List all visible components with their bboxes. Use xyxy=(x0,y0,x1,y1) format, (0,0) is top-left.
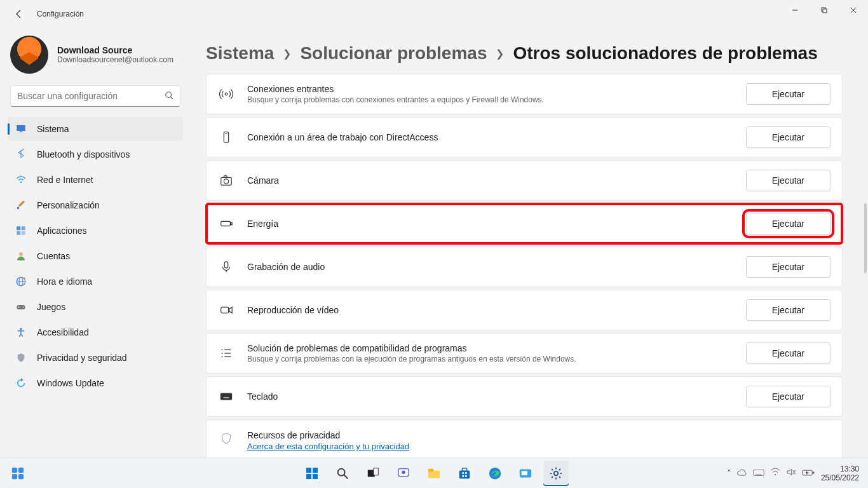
clock[interactable]: 13:30 25/05/2022 xyxy=(821,464,863,482)
nav-item-label: Privacidad y seguridad xyxy=(37,353,127,363)
run-button[interactable]: Ejecutar xyxy=(746,342,831,364)
search-input[interactable] xyxy=(17,91,165,101)
explorer-button[interactable] xyxy=(421,461,447,486)
nav-item-globe[interactable]: Hora e idioma xyxy=(8,269,183,294)
svg-rect-57 xyxy=(313,474,318,479)
svg-rect-16 xyxy=(22,231,25,235)
nav-item-shield[interactable]: Privacidad y seguridad xyxy=(8,346,183,370)
svg-rect-33 xyxy=(231,222,232,225)
main-content: Sistema ❯ Solucionar problemas ❯ Otros s… xyxy=(191,28,868,458)
profile-block[interactable]: Download Source Downloadsourcenet@outloo… xyxy=(5,33,186,85)
widgets-button[interactable] xyxy=(5,461,31,486)
titlebar: Configuración xyxy=(0,0,868,28)
system-tray[interactable]: ˄ 13:30 25/05/2022 xyxy=(727,464,863,482)
battery-tray-icon[interactable] xyxy=(802,468,815,478)
troubleshooter-camera: Cámara Ejecutar xyxy=(206,160,843,201)
edge-button[interactable] xyxy=(482,461,508,486)
maximize-button[interactable] xyxy=(810,0,839,20)
apps-icon xyxy=(15,225,27,236)
settings-app-button[interactable] xyxy=(543,461,569,486)
nav-item-label: Cuentas xyxy=(37,251,70,261)
run-button[interactable]: Ejecutar xyxy=(746,386,831,407)
svg-rect-27 xyxy=(224,132,228,143)
nav-item-monitor[interactable]: Sistema xyxy=(8,117,183,141)
svg-rect-43 xyxy=(220,393,232,400)
svg-rect-70 xyxy=(462,475,464,477)
taskbar-search-button[interactable] xyxy=(330,461,355,486)
svg-line-83 xyxy=(559,469,560,470)
run-button[interactable]: Ejecutar xyxy=(746,83,831,105)
minimize-button[interactable] xyxy=(780,0,810,20)
svg-rect-51 xyxy=(18,467,24,472)
run-button[interactable]: Ejecutar xyxy=(746,170,831,191)
svg-rect-2 xyxy=(823,9,827,13)
store-button[interactable] xyxy=(452,461,477,486)
run-button[interactable]: Ejecutar xyxy=(746,256,831,278)
run-button[interactable]: Ejecutar xyxy=(746,126,831,148)
chevron-right-icon: ❯ xyxy=(283,48,291,60)
svg-point-7 xyxy=(166,92,172,97)
svg-point-17 xyxy=(19,252,23,256)
svg-rect-53 xyxy=(18,473,24,478)
nav-item-apps[interactable]: Aplicaciones xyxy=(8,219,183,243)
svg-rect-31 xyxy=(224,176,227,178)
start-button[interactable] xyxy=(299,461,325,486)
breadcrumb-troubleshoot[interactable]: Solucionar problemas xyxy=(300,43,487,64)
svg-rect-55 xyxy=(313,468,318,473)
nav-item-label: Accesibilidad xyxy=(37,327,89,337)
wifi-tray-icon[interactable] xyxy=(770,468,780,478)
card-desc: Busque y corrija problemas con la ejecuc… xyxy=(247,355,746,363)
svg-line-80 xyxy=(552,469,553,470)
nav-item-access[interactable]: Accesibilidad xyxy=(8,320,183,344)
nav-item-update[interactable]: Windows Update xyxy=(8,371,183,395)
wifi-icon xyxy=(15,174,27,186)
monitor-icon xyxy=(15,123,27,135)
troubleshooter-mic: Grabación de audio Ejecutar xyxy=(206,247,843,287)
svg-rect-69 xyxy=(465,472,467,474)
card-title: Solución de problemas de compatibilidad … xyxy=(247,343,746,353)
svg-rect-68 xyxy=(462,472,464,474)
run-button[interactable]: Ejecutar xyxy=(746,299,831,321)
svg-line-8 xyxy=(171,97,173,99)
privacy-resources-card: Recursos de privacidad Acerca de esta co… xyxy=(206,419,843,458)
svg-point-75 xyxy=(554,471,558,475)
nav-item-label: Bluetooth y dispositivos xyxy=(37,149,130,159)
troubleshooter-list: Conexiones entrantes Busque y corrija pr… xyxy=(206,74,843,458)
phone-icon xyxy=(218,129,234,146)
antenna-icon xyxy=(218,86,234,102)
battery-icon xyxy=(218,215,234,232)
troubleshooter-battery: Energía Ejecutar xyxy=(206,203,843,244)
search-box[interactable] xyxy=(10,85,180,107)
back-button[interactable] xyxy=(10,5,28,23)
close-button[interactable] xyxy=(839,0,868,20)
sidebar: Download Source Downloadsourcenet@outloo… xyxy=(0,28,191,458)
card-title: Recursos de privacidad xyxy=(247,430,831,440)
access-icon xyxy=(15,327,27,338)
nav-item-brush[interactable]: Personalización xyxy=(8,193,183,217)
nav-item-person[interactable]: Cuentas xyxy=(8,244,183,268)
nav-item-bluetooth[interactable]: Bluetooth y dispositivos xyxy=(8,142,183,166)
task-view-button[interactable] xyxy=(360,461,386,486)
tray-chevron-icon[interactable]: ˄ xyxy=(727,468,731,478)
troubleshooter-keyboard: Teclado Ejecutar xyxy=(206,376,843,417)
nav-item-gamepad[interactable]: Juegos xyxy=(8,295,183,319)
app-icon-1[interactable] xyxy=(513,461,538,486)
svg-marker-87 xyxy=(787,469,792,475)
keyboard-tray-icon[interactable] xyxy=(753,468,764,478)
chat-button[interactable] xyxy=(391,461,416,486)
card-title: Energía xyxy=(247,219,746,229)
svg-point-58 xyxy=(338,468,345,475)
svg-line-59 xyxy=(344,475,348,478)
volume-tray-icon[interactable] xyxy=(786,468,796,478)
run-button[interactable]: Ejecutar xyxy=(746,213,831,234)
camera-icon xyxy=(218,172,234,189)
card-title: Conexión a un área de trabajo con Direct… xyxy=(247,132,746,142)
svg-rect-71 xyxy=(465,475,467,477)
breadcrumb-sistema[interactable]: Sistema xyxy=(206,43,274,64)
nav-item-wifi[interactable]: Red e Internet xyxy=(8,168,183,192)
onedrive-icon[interactable] xyxy=(737,468,747,478)
svg-rect-54 xyxy=(306,468,311,473)
privacy-link[interactable]: Acerca de esta configuración y tu privac… xyxy=(247,442,409,451)
svg-point-30 xyxy=(224,179,228,184)
avatar xyxy=(10,36,48,74)
